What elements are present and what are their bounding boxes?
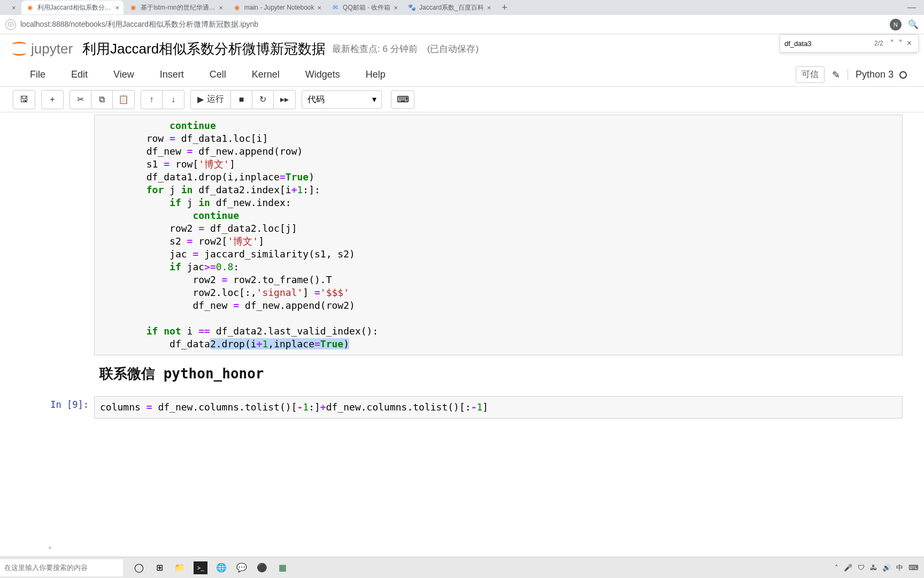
move-up-button[interactable]: ↑ — [141, 90, 163, 109]
kernel-idle-icon — [899, 71, 907, 79]
browser-tab[interactable]: ◉main - Jupyter Notebook× — [228, 1, 326, 14]
volume-icon[interactable]: 🔊 — [882, 564, 891, 572]
checkpoint-status: 最新检查点: 6 分钟前 — [332, 43, 418, 55]
browser-tab-strip: × ◉利用Jaccard相似系数分析微博新× ◉基于lstm-rnn的世纪华通股… — [0, 0, 924, 15]
ime-indicator[interactable]: 中 — [896, 563, 903, 573]
menu-help[interactable]: Help — [353, 69, 398, 80]
baidu-icon: 🐾 — [407, 3, 416, 12]
jupyter-icon: ◉ — [129, 3, 137, 12]
paste-button[interactable]: 📋 — [113, 90, 134, 109]
mail-icon: ✉ — [331, 3, 340, 12]
cell-type-select[interactable]: 代码 — [302, 90, 382, 109]
browser-tab[interactable]: ✉QQ邮箱 - 收件箱× — [327, 1, 402, 14]
cut-button[interactable]: ✂ — [70, 90, 91, 109]
copy-button[interactable]: ⧉ — [91, 90, 113, 109]
terminal-icon[interactable]: >_ — [194, 561, 207, 574]
chrome-icon[interactable]: 🌐 — [215, 561, 228, 574]
obs-icon[interactable]: ⚫ — [256, 561, 268, 574]
shield-icon[interactable]: 🛡 — [858, 564, 865, 572]
jupyter-icon: ◉ — [26, 3, 34, 12]
url-text[interactable]: localhost:8888/notebooks/利用Jaccard相似系数分析… — [20, 20, 890, 29]
jupyter-icon: ◉ — [233, 3, 241, 12]
browser-tab[interactable]: × — [4, 1, 20, 14]
keyboard-icon[interactable]: ⌨ — [908, 564, 919, 572]
taskbar: 在这里输入你要搜索的内容 ◯ ⊞ 📁 >_ 🌐 💬 ⚫ ▦ ˄ 🎤 🛡 🖧 🔊 … — [0, 557, 924, 578]
browser-tab[interactable]: ◉利用Jaccard相似系数分析微博新× — [21, 1, 124, 14]
menu-file[interactable]: File — [17, 69, 58, 80]
cortana-icon[interactable]: ⊞ — [153, 561, 166, 574]
network-icon[interactable]: 🖧 — [870, 564, 877, 572]
tray-chevron-icon[interactable]: ˄ — [835, 564, 838, 572]
chevron-up-icon[interactable]: ˄ — [48, 546, 52, 554]
toolbar: 🖫 + ✂ ⧉ 📋 ↑ ↓ ▶ 运行 ■ ↻ ▸▸ 代码 ⌨ — [0, 87, 924, 112]
taskbar-search[interactable]: 在这里输入你要搜索的内容 — [0, 559, 123, 576]
menu-insert[interactable]: Insert — [147, 69, 197, 80]
run-button[interactable]: ▶ 运行 — [191, 90, 231, 109]
restart-run-all-button[interactable]: ▸▸ — [274, 90, 295, 109]
close-icon[interactable]: × — [116, 4, 120, 12]
close-icon[interactable]: × — [219, 4, 223, 12]
explorer-icon[interactable]: 📁 — [173, 561, 186, 574]
find-input[interactable] — [784, 40, 874, 48]
zoom-icon[interactable]: 🔍 — [908, 19, 919, 29]
jupyter-logo[interactable]: jupyter — [11, 40, 73, 57]
address-bar: ⓘ localhost:8888/notebooks/利用Jaccard相似系数… — [0, 15, 924, 34]
find-next-button[interactable]: ˅ — [896, 39, 905, 49]
input-prompt — [14, 115, 94, 355]
system-tray: ˄ 🎤 🛡 🖧 🔊 中 ⌨ — [835, 563, 924, 573]
close-icon[interactable]: × — [487, 4, 491, 12]
excel-icon[interactable]: ▦ — [276, 561, 289, 574]
pencil-icon[interactable]: ✎ — [832, 69, 840, 81]
find-bar: 2/2 ˄ ˅ × — [780, 34, 919, 52]
add-cell-button[interactable]: + — [42, 90, 63, 109]
menu-edit[interactable]: Edit — [58, 69, 101, 80]
kernel-name[interactable]: Python 3 — [848, 69, 907, 80]
save-button[interactable]: 🖫 — [13, 90, 35, 109]
wechat-icon[interactable]: 💬 — [235, 561, 248, 574]
code-editor[interactable]: columns = df_new.columns.tolist()[-1:]+d… — [94, 396, 903, 419]
find-close-button[interactable]: × — [905, 39, 914, 48]
extension-badge[interactable]: N — [890, 19, 902, 31]
move-down-button[interactable]: ↓ — [163, 90, 184, 109]
code-cell[interactable]: continue row = df_data1.loc[i] df_new = … — [14, 115, 903, 355]
close-icon[interactable]: × — [318, 4, 322, 12]
command-palette-button[interactable]: ⌨ — [391, 90, 414, 109]
menu-widgets[interactable]: Widgets — [292, 69, 353, 80]
input-prompt — [14, 358, 94, 394]
close-icon[interactable]: × — [12, 4, 16, 12]
site-info-icon[interactable]: ⓘ — [5, 19, 16, 30]
new-tab-button[interactable]: + — [496, 2, 513, 13]
notebook-container: continue row = df_data1.loc[i] df_new = … — [14, 112, 924, 557]
browser-tab[interactable]: ◉基于lstm-rnn的世纪华通股票价× — [125, 1, 227, 14]
find-prev-button[interactable]: ˄ — [888, 39, 896, 49]
jupyter-logo-text: jupyter — [31, 41, 73, 57]
interrupt-button[interactable]: ■ — [231, 90, 252, 109]
minimize-button[interactable]: — — [899, 0, 924, 15]
jupyter-logo-icon — [11, 40, 28, 57]
browser-tab[interactable]: 🐾Jaccard系数_百度百科× — [403, 1, 495, 14]
close-icon[interactable]: × — [394, 4, 398, 12]
autosave-status: (已自动保存) — [427, 43, 479, 55]
trusted-badge[interactable]: 可信 — [796, 66, 825, 83]
notebook-title[interactable]: 利用Jaccard相似系数分析微博新冠数据 — [82, 40, 326, 58]
find-count: 2/2 — [874, 40, 883, 47]
restart-button[interactable]: ↻ — [252, 90, 274, 109]
markdown-cell[interactable]: 联系微信 python_honor — [14, 358, 903, 394]
menu-cell[interactable]: Cell — [197, 69, 239, 80]
mic-icon[interactable]: 🎤 — [844, 564, 852, 572]
menubar: File Edit View Insert Cell Kernel Widget… — [0, 63, 924, 87]
code-cell[interactable]: In [9]: columns = df_new.columns.tolist(… — [14, 396, 903, 419]
heading: 联系微信 python_honor — [99, 362, 897, 390]
menu-view[interactable]: View — [101, 69, 147, 80]
input-prompt: In [9]: — [14, 396, 94, 419]
code-editor[interactable]: continue row = df_data1.loc[i] df_new = … — [94, 115, 903, 355]
menu-kernel[interactable]: Kernel — [239, 69, 292, 80]
task-view-icon[interactable]: ◯ — [133, 561, 145, 574]
